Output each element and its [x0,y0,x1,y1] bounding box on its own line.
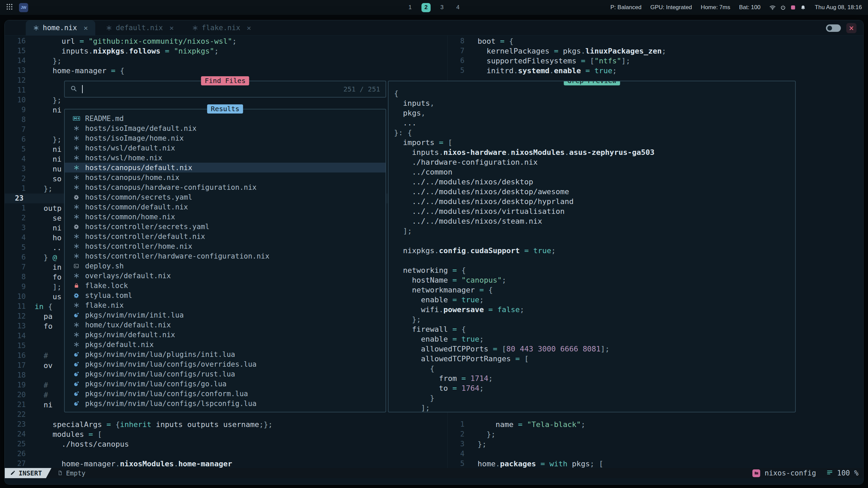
preview-line: inputs.nixos-hardware.nixosModules.asus-… [394,147,795,157]
tab-close-icon[interactable]: × [247,24,251,32]
preview-line: networkmanager = { [394,285,795,295]
power-icon[interactable] [780,5,786,11]
workspace-4[interactable]: 4 [453,3,462,12]
window-toggle-icon[interactable] [826,24,841,32]
result-item[interactable]: hosts/isoImage/home.nix [65,133,386,143]
app-logo[interactable]: JW [19,3,28,12]
line-number: 11 [5,85,26,95]
result-path: hosts/isoImage/home.nix [85,134,184,142]
telescope-prompt[interactable]: Find Files 251 / 251 [64,81,386,98]
result-item[interactable]: hosts/wsl/home.nix [65,153,386,163]
result-item[interactable]: flake.nix [65,300,386,310]
tab-default.nix[interactable]: default.nix× [99,20,181,36]
preview-line: imports = [ [394,138,795,147]
line-number: 5 [5,144,26,154]
result-path: pkgs/nvim/nvim/lua/plugins/init.lua [85,350,235,359]
line-number: 5 [448,66,465,76]
text-cursor [82,85,83,93]
result-item[interactable]: hosts/controller/hardware-configuration.… [65,251,386,261]
result-item[interactable]: hosts/common/default.nix [65,202,386,212]
result-item[interactable]: overlays/default.nix [65,271,386,281]
line-number: 15 [5,46,26,56]
mode-indicator: INSERT [5,468,52,478]
apps-grid-icon[interactable] [6,3,13,12]
result-item[interactable]: hosts/canopus/home.nix [65,172,386,182]
result-item[interactable]: pkgs/nvim/nvim/lua/configs/conform.lua [65,389,386,399]
result-item[interactable]: deploy.sh [65,261,386,271]
line-number: 12 [5,76,26,85]
result-item[interactable]: home/tux/default.nix [65,320,386,330]
bell-icon[interactable] [800,5,806,11]
line-number: 25 [5,439,26,449]
tabline: home.nix×default.nix×flake.nix× [5,20,863,36]
prompt-title: Find Files [201,76,249,85]
workspace-3[interactable]: 3 [437,3,447,12]
result-item[interactable]: hosts/canopus/default.nix [65,163,386,172]
nix-icon [72,145,80,151]
result-item[interactable]: pkgs/nvim/nvim/lua/configs/lspconfig.lua [65,399,386,408]
line-number: 8 [448,36,465,46]
preview-line: ../../modules/nixos/desktop/hyprland [394,197,795,206]
preview-line: pkgs, [394,108,795,118]
code-line: 6 supportedFilesystems = ["ntfs"]; [448,56,864,66]
line-number: 8 [5,272,26,282]
tab-flake.nix[interactable]: flake.nix× [185,20,259,36]
line-number: 26 [5,449,26,459]
preview-line: enable = true; [394,334,795,344]
preview-line: enable = true; [394,295,795,305]
preview-line: nixpkgs.config.cudaSupport = true; [394,246,795,256]
result-item[interactable]: README.md [65,114,386,123]
code-line: 7 kernelPackages = pkgs.linuxPackages_ze… [448,46,864,56]
workspaces: 1234 [406,0,462,15]
command-line[interactable] [5,478,864,485]
line-number: 24 [5,429,26,439]
nix-icon [72,273,80,279]
result-item[interactable]: pkgs/nvim/nvim/lua/plugins/init.lua [65,349,386,359]
result-item[interactable]: pkgs/nvim/nvim/init.lua [65,310,386,320]
result-path: hosts/isoImage/default.nix [85,124,197,133]
nix-icon [72,214,80,220]
record-icon[interactable] [790,5,796,10]
grep-preview-content: { inputs, pkgs, ...}: { imports = [ inpu… [389,81,795,412]
result-item[interactable]: hosts/canopus/hardware-configuration.nix [65,182,386,192]
workspace-2[interactable]: 2 [421,3,431,12]
line-number: 10 [5,95,26,105]
preview-line [394,256,795,265]
result-item[interactable]: hosts/controller/home.nix [65,241,386,251]
result-item[interactable]: hosts/controller/default.nix [65,231,386,241]
nix-icon [72,253,80,259]
line-number: 8 [5,115,26,125]
result-path: hosts/canopus/home.nix [85,174,179,182]
tab-home.nix[interactable]: home.nix× [26,20,95,36]
tab-close-icon[interactable]: × [83,24,88,32]
result-item[interactable]: hosts/common/home.nix [65,212,386,222]
result-path: hosts/canopus/hardware-configuration.nix [85,183,257,191]
result-item[interactable]: pkgs/default.nix [65,340,386,349]
result-item[interactable]: hosts/common/secrets.yaml [65,192,386,202]
result-item[interactable]: pkgs/nvim/nvim/lua/configs/go.lua [65,379,386,389]
window-close-button[interactable]: × [846,23,856,33]
result-item[interactable]: stylua.toml [65,290,386,300]
wifi-icon[interactable] [769,4,776,11]
result-item[interactable]: pkgs/nvim/nvim/lua/configs/overrides.lua [65,359,386,369]
tab-close-icon[interactable]: × [169,24,174,32]
pencil-icon [10,469,16,477]
line-number: 15 [5,341,26,351]
lines-icon [826,469,833,477]
line-number: 13 [5,321,26,331]
nix-icon [72,322,80,328]
result-item[interactable]: hosts/wsl/default.nix [65,143,386,153]
nix-icon [72,155,80,161]
result-item[interactable]: pkgs/nvim/nvim/lua/configs/rust.lua [65,369,386,379]
result-item[interactable]: pkgs/nvim/default.nix [65,330,386,340]
lua-icon [72,312,80,318]
result-item[interactable]: hosts/controller/secrets.yaml [65,222,386,231]
nix-icon [106,25,112,31]
code-line: 1 name = "Tela-black"; [448,420,864,429]
result-item[interactable]: flake.lock [65,281,386,290]
result-item[interactable]: hosts/isoImage/default.nix [65,123,386,133]
workspace-1[interactable]: 1 [406,3,415,12]
tab-label: flake.nix [202,24,240,32]
result-path: deploy.sh [85,262,124,270]
line-number: 7 [448,46,465,56]
